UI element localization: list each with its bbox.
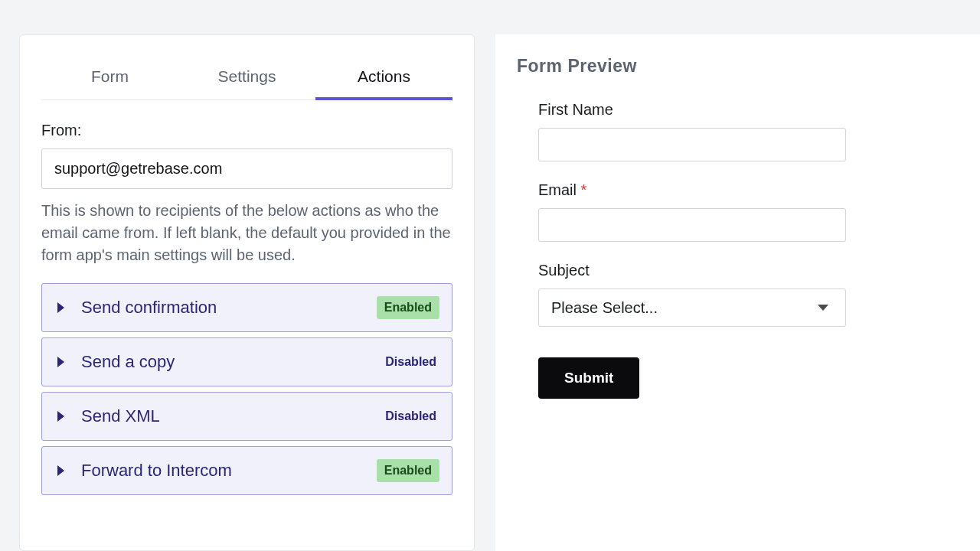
action-title: Forward to Intercom (81, 461, 377, 481)
status-badge: Enabled (377, 296, 439, 319)
caret-right-icon (57, 411, 64, 422)
status-badge: Disabled (377, 350, 439, 373)
email-input[interactable] (538, 208, 846, 242)
action-send-a-copy[interactable]: Send a copy Disabled (41, 337, 452, 386)
status-badge: Disabled (377, 405, 439, 428)
action-send-confirmation[interactable]: Send confirmation Enabled (41, 283, 452, 332)
caret-right-icon (57, 465, 64, 476)
action-title: Send a copy (81, 352, 377, 372)
caret-right-icon (57, 302, 64, 313)
from-help-text: This is shown to recipients of the below… (41, 200, 452, 266)
first-name-input[interactable] (538, 128, 846, 161)
action-title: Send XML (81, 406, 377, 426)
subject-select-value: Please Select... (551, 299, 658, 317)
preview-panel: Form Preview First Name Email * Subject … (495, 34, 980, 551)
submit-button[interactable]: Submit (538, 357, 639, 399)
subject-select[interactable]: Please Select... (538, 289, 846, 327)
tab-actions[interactable]: Actions (315, 57, 452, 99)
action-title: Send confirmation (81, 298, 377, 318)
status-badge: Enabled (377, 459, 439, 482)
required-mark: * (581, 181, 587, 198)
config-panel: Form Settings Actions From: This is show… (19, 34, 475, 551)
tab-form[interactable]: Form (41, 57, 178, 99)
action-forward-to-intercom[interactable]: Forward to Intercom Enabled (41, 446, 452, 495)
subject-label: Subject (538, 262, 846, 279)
preview-form: First Name Email * Subject Please Select… (517, 101, 846, 399)
tab-settings[interactable]: Settings (178, 57, 315, 99)
first-name-label: First Name (538, 101, 846, 119)
tab-bar: Form Settings Actions (41, 57, 452, 100)
action-send-xml[interactable]: Send XML Disabled (41, 392, 452, 441)
email-label: Email * (538, 181, 846, 199)
from-input[interactable] (41, 148, 452, 189)
chevron-down-icon (818, 305, 828, 311)
from-label: From: (41, 122, 452, 139)
preview-heading: Form Preview (517, 56, 959, 77)
caret-right-icon (57, 357, 64, 367)
email-label-text: Email (538, 181, 577, 198)
